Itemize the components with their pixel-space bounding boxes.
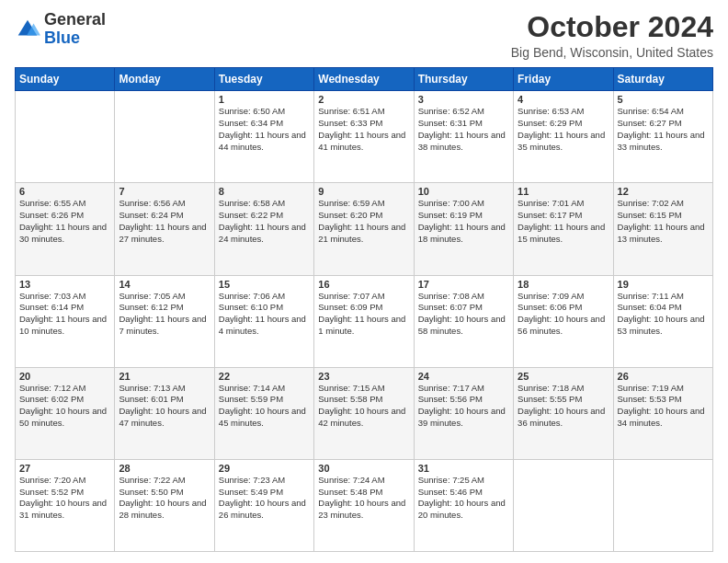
day-number: 29 [219,463,310,474]
day-info: Sunrise: 7:06 AM Sunset: 6:10 PM Dayligh… [219,291,310,338]
day-number: 31 [418,463,509,474]
day-info: Sunrise: 7:00 AM Sunset: 6:19 PM Dayligh… [418,198,509,245]
day-number: 3 [418,94,509,105]
calendar-day-cell: 28Sunrise: 7:22 AM Sunset: 5:50 PM Dayli… [115,459,214,551]
logo-text: General Blue [44,11,106,48]
calendar-day-cell: 3Sunrise: 6:52 AM Sunset: 6:31 PM Daylig… [414,91,513,183]
calendar-week-row: 27Sunrise: 7:20 AM Sunset: 5:52 PM Dayli… [16,459,713,551]
calendar-day-cell: 1Sunrise: 6:50 AM Sunset: 6:34 PM Daylig… [214,91,313,183]
day-number: 12 [618,186,709,197]
day-info: Sunrise: 7:18 AM Sunset: 5:55 PM Dayligh… [518,383,609,430]
day-info: Sunrise: 7:01 AM Sunset: 6:17 PM Dayligh… [518,198,609,245]
day-number: 20 [19,371,110,382]
day-number: 6 [19,186,110,197]
calendar-day-cell: 21Sunrise: 7:13 AM Sunset: 6:01 PM Dayli… [115,367,214,459]
day-info: Sunrise: 7:11 AM Sunset: 6:04 PM Dayligh… [618,291,709,338]
calendar-day-cell: 11Sunrise: 7:01 AM Sunset: 6:17 PM Dayli… [514,183,613,275]
day-info: Sunrise: 7:05 AM Sunset: 6:12 PM Dayligh… [119,291,210,338]
day-info: Sunrise: 6:59 AM Sunset: 6:20 PM Dayligh… [318,198,409,245]
header-right: October 2024 Big Bend, Wisconsin, United… [511,11,713,60]
day-number: 10 [418,186,509,197]
day-number: 4 [518,94,609,105]
day-number: 15 [219,279,310,290]
day-number: 27 [19,463,110,474]
calendar-day-cell: 26Sunrise: 7:19 AM Sunset: 5:53 PM Dayli… [613,367,712,459]
day-info: Sunrise: 7:14 AM Sunset: 5:59 PM Dayligh… [219,383,310,430]
calendar-day-cell: 24Sunrise: 7:17 AM Sunset: 5:56 PM Dayli… [414,367,513,459]
day-info: Sunrise: 7:19 AM Sunset: 5:53 PM Dayligh… [618,383,709,430]
calendar-day-cell: 12Sunrise: 7:02 AM Sunset: 6:15 PM Dayli… [613,183,712,275]
calendar-day-cell [514,459,613,551]
calendar-day-cell: 27Sunrise: 7:20 AM Sunset: 5:52 PM Dayli… [16,459,115,551]
calendar-day-cell: 31Sunrise: 7:25 AM Sunset: 5:46 PM Dayli… [414,459,513,551]
day-info: Sunrise: 6:56 AM Sunset: 6:24 PM Dayligh… [119,198,210,245]
day-info: Sunrise: 7:02 AM Sunset: 6:15 PM Dayligh… [618,198,709,245]
calendar-day-cell: 18Sunrise: 7:09 AM Sunset: 6:06 PM Dayli… [514,275,613,367]
calendar-day-cell: 15Sunrise: 7:06 AM Sunset: 6:10 PM Dayli… [214,275,313,367]
day-info: Sunrise: 7:07 AM Sunset: 6:09 PM Dayligh… [318,291,409,338]
day-number: 24 [418,371,509,382]
calendar-day-header: Monday [115,68,214,91]
day-info: Sunrise: 7:17 AM Sunset: 5:56 PM Dayligh… [418,383,509,430]
page: General Blue October 2024 Big Bend, Wisc… [0,0,728,563]
day-number: 16 [318,279,409,290]
day-number: 11 [518,186,609,197]
calendar-day-cell: 23Sunrise: 7:15 AM Sunset: 5:58 PM Dayli… [314,367,414,459]
day-number: 23 [318,371,409,382]
day-number: 26 [618,371,709,382]
calendar-day-header: Saturday [613,68,712,91]
day-info: Sunrise: 7:15 AM Sunset: 5:58 PM Dayligh… [318,383,409,430]
day-info: Sunrise: 6:51 AM Sunset: 6:33 PM Dayligh… [318,106,409,153]
day-info: Sunrise: 7:13 AM Sunset: 6:01 PM Dayligh… [119,383,210,430]
logo: General Blue [15,11,106,48]
day-number: 9 [318,186,409,197]
day-info: Sunrise: 7:25 AM Sunset: 5:46 PM Dayligh… [418,475,509,522]
month-title: October 2024 [511,11,713,43]
calendar-day-cell: 30Sunrise: 7:24 AM Sunset: 5:48 PM Dayli… [314,459,414,551]
day-info: Sunrise: 7:09 AM Sunset: 6:06 PM Dayligh… [518,291,609,338]
day-number: 8 [219,186,310,197]
header: General Blue October 2024 Big Bend, Wisc… [15,11,713,60]
day-number: 30 [318,463,409,474]
calendar-week-row: 6Sunrise: 6:55 AM Sunset: 6:26 PM Daylig… [16,183,713,275]
calendar-day-header: Thursday [414,68,513,91]
day-info: Sunrise: 7:03 AM Sunset: 6:14 PM Dayligh… [19,291,110,338]
day-info: Sunrise: 6:50 AM Sunset: 6:34 PM Dayligh… [219,106,310,153]
day-info: Sunrise: 7:23 AM Sunset: 5:49 PM Dayligh… [219,475,310,522]
calendar-day-cell: 13Sunrise: 7:03 AM Sunset: 6:14 PM Dayli… [16,275,115,367]
calendar-day-cell: 6Sunrise: 6:55 AM Sunset: 6:26 PM Daylig… [16,183,115,275]
day-number: 22 [219,371,310,382]
calendar-day-cell [613,459,712,551]
day-number: 19 [618,279,709,290]
day-number: 14 [119,279,210,290]
day-info: Sunrise: 6:55 AM Sunset: 6:26 PM Dayligh… [19,198,110,245]
calendar-day-cell: 7Sunrise: 6:56 AM Sunset: 6:24 PM Daylig… [115,183,214,275]
day-number: 5 [618,94,709,105]
day-info: Sunrise: 6:54 AM Sunset: 6:27 PM Dayligh… [618,106,709,153]
calendar-day-cell [16,91,115,183]
calendar-day-cell: 29Sunrise: 7:23 AM Sunset: 5:49 PM Dayli… [214,459,313,551]
calendar-day-cell: 8Sunrise: 6:58 AM Sunset: 6:22 PM Daylig… [214,183,313,275]
calendar-day-cell: 5Sunrise: 6:54 AM Sunset: 6:27 PM Daylig… [613,91,712,183]
calendar-day-cell: 25Sunrise: 7:18 AM Sunset: 5:55 PM Dayli… [514,367,613,459]
calendar-day-cell: 19Sunrise: 7:11 AM Sunset: 6:04 PM Dayli… [613,275,712,367]
calendar-header-row: SundayMondayTuesdayWednesdayThursdayFrid… [16,68,713,91]
calendar-day-cell: 22Sunrise: 7:14 AM Sunset: 5:59 PM Dayli… [214,367,313,459]
calendar-week-row: 13Sunrise: 7:03 AM Sunset: 6:14 PM Dayli… [16,275,713,367]
day-info: Sunrise: 7:12 AM Sunset: 6:02 PM Dayligh… [19,383,110,430]
calendar-table: SundayMondayTuesdayWednesdayThursdayFrid… [15,67,713,552]
calendar-day-cell [115,91,214,183]
day-number: 17 [418,279,509,290]
day-number: 1 [219,94,310,105]
day-info: Sunrise: 7:24 AM Sunset: 5:48 PM Dayligh… [318,475,409,522]
day-info: Sunrise: 7:22 AM Sunset: 5:50 PM Dayligh… [119,475,210,522]
calendar-day-cell: 17Sunrise: 7:08 AM Sunset: 6:07 PM Dayli… [414,275,513,367]
day-number: 13 [19,279,110,290]
day-info: Sunrise: 6:52 AM Sunset: 6:31 PM Dayligh… [418,106,509,153]
calendar-day-cell: 10Sunrise: 7:00 AM Sunset: 6:19 PM Dayli… [414,183,513,275]
day-info: Sunrise: 7:08 AM Sunset: 6:07 PM Dayligh… [418,291,509,338]
day-info: Sunrise: 6:58 AM Sunset: 6:22 PM Dayligh… [219,198,310,245]
logo-icon [15,17,40,42]
calendar-day-cell: 16Sunrise: 7:07 AM Sunset: 6:09 PM Dayli… [314,275,414,367]
calendar-day-cell: 9Sunrise: 6:59 AM Sunset: 6:20 PM Daylig… [314,183,414,275]
